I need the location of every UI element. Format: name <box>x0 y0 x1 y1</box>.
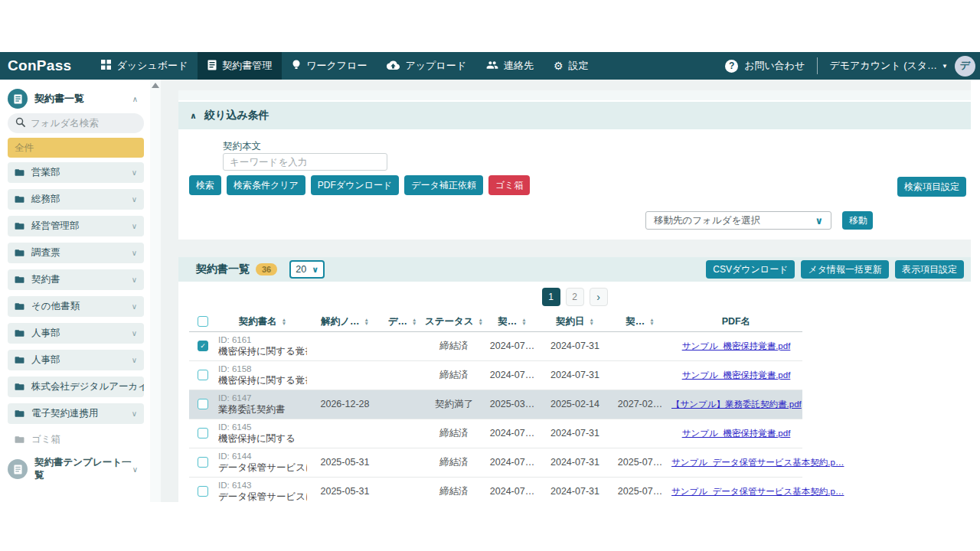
folder-search[interactable] <box>8 113 144 133</box>
nav-item-contacts[interactable]: 連絡先 <box>476 52 544 80</box>
nav-item-settings[interactable]: ⚙ 設定 <box>544 52 599 80</box>
pdf-link[interactable]: 【サンプル】業務委託契約書.pdf <box>671 399 802 409</box>
folder-icon <box>15 222 24 230</box>
nav-item-dashboard[interactable]: ダッシュボード <box>91 52 198 80</box>
contract-col1: 2024-07… <box>485 331 540 360</box>
nav-item-contracts[interactable]: 契約書管理 <box>198 52 282 80</box>
column-header[interactable]: 契… <box>498 315 517 328</box>
sidebar-item-folder[interactable]: 調査票 ∨ <box>8 243 144 263</box>
row-checkbox[interactable] <box>198 428 208 439</box>
csv-download-button[interactable]: CSVダウンロード <box>706 260 795 279</box>
column-header[interactable]: 契… <box>626 315 645 328</box>
sort-icon[interactable]: ▲▼ <box>412 318 416 326</box>
sort-icon[interactable]: ▲▼ <box>364 318 368 326</box>
folder-icon <box>15 249 24 257</box>
help-icon[interactable]: ? <box>725 60 738 73</box>
sort-icon[interactable]: ▲▼ <box>649 318 654 326</box>
pdf-link[interactable]: サンプル_データ保管サービス基本契約.p… <box>671 487 844 496</box>
status: 締結済 <box>423 448 485 477</box>
row-checkbox[interactable] <box>198 370 208 380</box>
folder-icon <box>15 195 24 204</box>
sidebar-item-all[interactable]: 全件 <box>8 138 144 158</box>
pdf-link[interactable]: サンプル_データ保管サービス基本契約.p… <box>671 458 844 467</box>
meta-bulk-update-button[interactable]: メタ情報一括更新 <box>801 260 889 279</box>
row-checkbox[interactable] <box>198 486 208 497</box>
contract-date: 2024-07-31 <box>540 331 610 360</box>
sort-icon[interactable]: ▲▼ <box>521 318 526 326</box>
search-button[interactable]: 検索 <box>189 175 221 195</box>
sidebar-scrollbar[interactable] <box>150 80 161 502</box>
table-row-selected: ID: 6147業務委託契約書 2026-12-28 契約満了 2025-03…… <box>189 390 802 419</box>
pdf-download-button[interactable]: PDFダウンロード <box>311 175 399 195</box>
pdf-link[interactable]: サンプル_機密保持覚書.pdf <box>682 370 791 380</box>
column-header[interactable]: ステータス <box>425 315 474 328</box>
folder-label: 人事部 <box>31 327 60 340</box>
page-button-1[interactable]: 1 <box>542 288 560 306</box>
chevron-up-icon[interactable]: ∧ <box>132 95 138 103</box>
contract-list-icon <box>8 89 28 109</box>
sort-icon[interactable]: ▲▼ <box>590 318 594 326</box>
column-header[interactable]: デ… <box>388 315 407 328</box>
sort-icon[interactable]: ▲▼ <box>479 318 483 326</box>
help-link[interactable]: お問い合わせ <box>744 59 805 73</box>
display-settings-button[interactable]: 表示項目設定 <box>895 260 964 279</box>
column-header[interactable]: 契約書名 <box>239 315 277 328</box>
sidebar-item-folder[interactable]: 人事部 ∨ <box>8 323 144 344</box>
chevron-down-icon: ∨ <box>132 409 137 418</box>
sidebar-item-folder[interactable]: 電子契約連携用 ∨ <box>8 403 144 424</box>
contract-table: 契約書名▲▼ 解約ノ…▲▼ デ…▲▼ ステータス▲▼ 契…▲▼ 契約日▲▼ 契…… <box>189 312 802 502</box>
data-correction-button[interactable]: データ補正依頼 <box>404 175 483 195</box>
avatar[interactable]: デ <box>955 56 975 77</box>
account-menu[interactable]: デモアカウント (スタ… <box>829 59 937 73</box>
sidebar-item-folder[interactable]: 人事部 ∨ <box>8 350 144 370</box>
select-all-checkbox[interactable] <box>198 316 208 327</box>
clear-search-button[interactable]: 検索条件クリア <box>227 175 305 195</box>
table-row: ✓ ID: 6161機密保持に関する覚書 締結済 2024-07… 2024-0… <box>189 331 802 360</box>
sidebar-header[interactable]: 契約書一覧 ∧ <box>8 86 144 112</box>
column-header[interactable]: 契約日 <box>556 315 585 328</box>
filter-header[interactable]: ∧ 絞り込み条件 <box>178 102 971 129</box>
move-button[interactable]: 移動 <box>842 211 873 230</box>
sort-icon[interactable]: ▲▼ <box>282 318 286 326</box>
scroll-up-arrow-icon[interactable] <box>152 83 159 88</box>
sidebar-item-trash[interactable]: ゴミ箱 <box>8 430 144 448</box>
sidebar-item-templates[interactable]: 契約書テンプレート一覧 ∨ <box>8 456 144 482</box>
trash-button[interactable]: ゴミ箱 <box>488 175 531 195</box>
folder-label: 契約書 <box>31 273 60 286</box>
app-root: ConPass ダッシュボード 契約書管理 ワークフロー <box>0 0 980 551</box>
row-checkbox[interactable] <box>198 399 208 409</box>
folder-icon <box>15 168 24 177</box>
contract-id: ID: 6143 <box>218 480 307 491</box>
column-header[interactable]: PDF名 <box>722 315 751 328</box>
data-col <box>381 360 423 390</box>
folder-icon <box>15 329 24 337</box>
pdf-link[interactable]: サンプル_機密保持覚書.pdf <box>682 429 791 438</box>
row-checkbox[interactable]: ✓ <box>198 341 208 351</box>
page-button-2[interactable]: 2 <box>566 288 584 306</box>
cancel-date: 2025-05-31 <box>309 448 381 477</box>
contract-date: 2024-07-31 <box>540 419 610 448</box>
sidebar-item-folder[interactable]: その他書類 ∨ <box>8 296 144 317</box>
contract-name: 機密保持に関する <box>218 433 307 445</box>
contract-col1: 2024-07… <box>485 477 540 502</box>
row-checkbox[interactable] <box>198 457 208 468</box>
nav-item-upload[interactable]: アップロード <box>377 52 476 80</box>
sidebar-item-folder[interactable]: 営業部 ∨ <box>8 162 144 183</box>
next-page-button[interactable]: › <box>590 288 608 306</box>
column-header[interactable]: 解約ノ… <box>321 315 359 328</box>
nav-item-workflow[interactable]: ワークフロー <box>282 52 377 80</box>
folder-search-input[interactable] <box>31 118 129 129</box>
search-settings-button[interactable]: 検索項目設定 <box>897 177 966 197</box>
sidebar-item-folder[interactable]: 株式会社デジタルアーカイブ ∨ <box>8 377 144 397</box>
pdf-link[interactable]: サンプル_機密保持覚書.pdf <box>682 341 791 350</box>
page-size-select[interactable]: 20 ∨ <box>289 260 325 279</box>
contract-date: 2024-07-31 <box>540 360 610 390</box>
caret-down-icon[interactable]: ▼ <box>942 63 948 70</box>
sidebar-item-folder[interactable]: 総務部 ∨ <box>8 189 144 210</box>
trash-label: ゴミ箱 <box>31 433 60 446</box>
sidebar-item-folder[interactable]: 経営管理部 ∨ <box>8 216 144 236</box>
collapse-icon[interactable]: ∧ <box>190 111 197 121</box>
keyword-input[interactable] <box>223 153 387 171</box>
move-folder-select[interactable]: 移動先のフォルダを選択 ∨ <box>645 211 831 230</box>
sidebar-item-folder[interactable]: 契約書 ∨ <box>8 269 144 290</box>
